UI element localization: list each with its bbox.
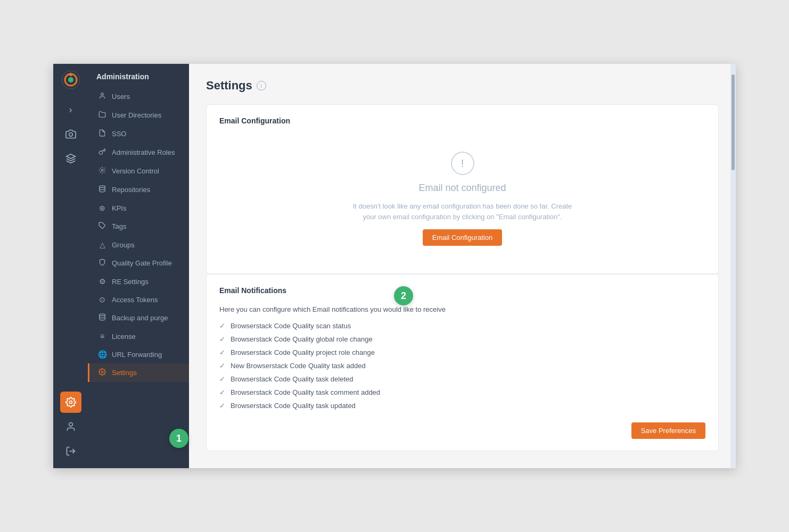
layers-icon[interactable] [60,148,81,169]
svg-point-14 [101,371,103,373]
sidebar-item-license[interactable]: ≡ License [88,327,189,345]
app-logo[interactable] [61,70,80,89]
sidebar-label-version-control: Version Control [112,167,159,175]
camera-icon[interactable] [60,123,81,145]
svg-point-9 [101,93,104,96]
page-title: Settings [206,79,252,93]
license-icon: ≡ [98,332,106,340]
notification-label: Browserstack Code Quality task updated [231,402,356,410]
sidebar-label-access-tokens: Access Tokens [112,296,158,304]
sidebar-item-admin-roles[interactable]: Administrative Roles [88,143,189,162]
logout-icon[interactable] [60,440,81,462]
notification-label: New Browserstack Code Quality task added [231,362,366,370]
list-item: ✓ Browserstack Code Quality global role … [219,335,705,343]
sidebar-item-settings[interactable]: Settings [88,363,189,382]
backup-icon [98,313,106,322]
sidebar-item-kpis[interactable]: ⊛ KPIs [88,199,189,217]
sidebar-item-backup[interactable]: Backup and purge [88,309,189,327]
step-badge-2: 2 [394,286,413,305]
email-config-title: Email Configuration [219,117,705,125]
email-empty-state: ! Email not configured It doesn't look l… [219,136,705,262]
sidebar-item-groups[interactable]: △ Groups [88,236,189,254]
email-configuration-button[interactable]: Email Configuration [423,229,502,246]
sidebar-label-re-settings: RE Settings [112,278,149,286]
email-empty-description: It doesn't look like any email configura… [351,201,574,222]
users-icon [98,92,106,101]
email-config-card: Email Configuration ! Email not configur… [206,104,719,274]
svg-point-4 [69,133,72,137]
notification-label: Browserstack Code Quality task comment a… [231,388,380,396]
sidebar-item-re-settings[interactable]: ⚙ RE Settings [88,272,189,290]
sidebar-label-tags: Tags [112,222,126,230]
email-notifications-card: Email Notifications Here you can configu… [206,275,719,451]
sidebar-item-repositories[interactable]: Repositories [88,180,189,199]
sidebar-label-quality-gate: Quality Gate Profile [112,259,172,267]
notification-label: Browserstack Code Quality scan status [231,322,351,330]
sidebar-label-backup: Backup and purge [112,314,168,322]
settings-icon[interactable] [60,392,81,413]
sidebar-item-url-forwarding[interactable]: 🌐 URL Forwarding [88,345,189,363]
sidebar-label-settings: Settings [112,369,137,377]
sidebar-item-sso[interactable]: SSO [88,124,189,143]
sidebar-label-url-forwarding: URL Forwarding [112,351,162,359]
notifications-description: Here you can configure which Email notif… [219,305,705,313]
email-not-configured-label: Email not configured [418,182,506,194]
sidebar-label-admin-roles: Administrative Roles [112,148,175,156]
sidebar-label-groups: Groups [112,241,135,249]
check-icon: ✓ [219,362,225,370]
check-icon: ✓ [219,402,225,410]
folder-icon [98,111,106,120]
list-item: ✓ Browserstack Code Quality scan status [219,322,705,330]
list-item: ✓ Browserstack Code Quality task deleted [219,375,705,383]
scrollbar-thumb [732,74,735,170]
sidebar-item-access-tokens[interactable]: ⊙ Access Tokens [88,290,189,309]
card-footer: Save Preferences [219,422,705,439]
check-icon: ✓ [219,348,225,356]
notifications-list: ✓ Browserstack Code Quality scan status … [219,322,705,410]
svg-marker-5 [66,154,75,159]
check-icon: ✓ [219,388,225,396]
scrollbar[interactable] [730,64,736,468]
key-icon [98,148,106,157]
repositories-icon [98,185,106,194]
sidebar-item-users[interactable]: Users [88,87,189,106]
shield-icon [98,259,106,268]
main-sidebar: Administration Users User Directories [88,64,189,468]
list-item: ✓ Browserstack Code Quality task updated [219,402,705,410]
sidebar-label-repositories: Repositories [112,186,150,194]
re-settings-icon: ⚙ [98,277,106,286]
groups-icon: △ [98,240,106,249]
svg-point-7 [69,423,72,427]
check-icon: ✓ [219,335,225,343]
sidebar-title: Administration [88,64,189,87]
sidebar-label-license: License [112,332,136,340]
main-content: Settings i Email Configuration ! Email n… [189,64,736,468]
svg-point-10 [101,169,103,171]
tags-icon [98,222,106,231]
check-icon: ✓ [219,322,225,330]
save-preferences-button[interactable]: Save Preferences [631,422,705,439]
sidebar-label-kpis: KPIs [112,204,126,212]
notification-label: Browserstack Code Quality global role ch… [231,335,373,343]
url-forwarding-icon: 🌐 [98,350,106,359]
sidebar-toggle-icon[interactable]: › [60,99,81,120]
sidebar-item-version-control[interactable]: Version Control [88,162,189,180]
sidebar-item-user-directories[interactable]: User Directories [88,106,189,124]
access-tokens-icon: ⊙ [98,295,106,304]
warning-circle-icon: ! [451,152,474,175]
app-window: › [53,64,736,468]
notification-label: Browserstack Code Quality project role c… [231,348,375,356]
icon-sidebar: › [53,64,88,468]
list-item: ✓ New Browserstack Code Quality task add… [219,362,705,370]
sidebar-item-tags[interactable]: Tags [88,217,189,236]
kpis-icon: ⊛ [98,204,106,212]
list-item: ✓ Browserstack Code Quality task comment… [219,388,705,396]
check-icon: ✓ [219,375,225,383]
list-item: ✓ Browserstack Code Quality project role… [219,348,705,356]
info-icon[interactable]: i [257,81,266,90]
svg-point-3 [69,73,72,76]
svg-point-13 [100,314,105,316]
svg-point-2 [68,77,73,82]
user-icon[interactable] [60,416,81,437]
sidebar-item-quality-gate[interactable]: Quality Gate Profile [88,254,189,272]
